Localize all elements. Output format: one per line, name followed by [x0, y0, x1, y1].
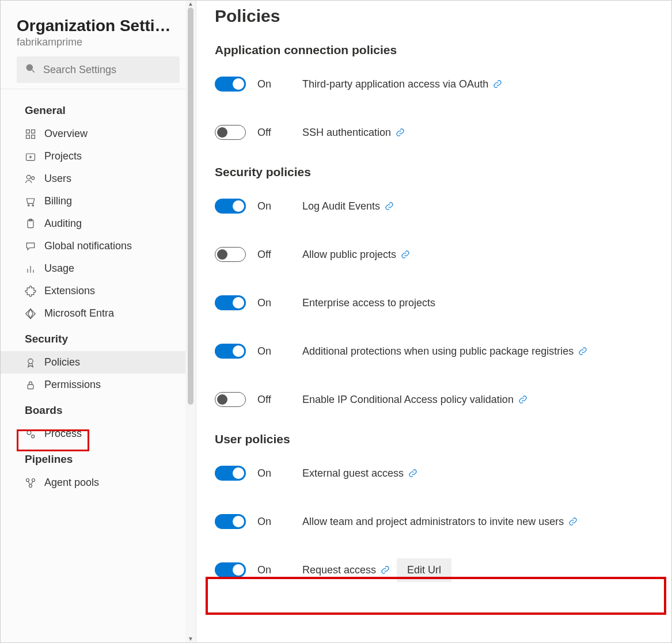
policy-label: Request accessEdit Url [302, 558, 451, 582]
link-icon[interactable] [385, 201, 394, 211]
search-icon [25, 63, 36, 77]
puzzle-icon [25, 286, 36, 297]
ribbon-icon [25, 357, 36, 368]
folder-plus-icon [25, 151, 36, 162]
policy-row-pkg: OnAdditional protections when using publ… [215, 336, 653, 367]
toggle-public[interactable] [215, 247, 246, 262]
nav-item-extensions[interactable]: Extensions [1, 280, 196, 302]
nav-item-usage[interactable]: Usage [1, 257, 196, 280]
edit-url-button[interactable]: Edit Url [397, 558, 451, 582]
nav-item-label: Extensions [44, 285, 95, 297]
nav-item-label: Auditing [44, 218, 82, 230]
section-heading: Application connection policies [215, 43, 653, 57]
chat-icon [25, 241, 36, 252]
policy-label: Additional protections when using public… [302, 345, 587, 357]
link-icon[interactable] [408, 469, 417, 478]
nav-item-users[interactable]: Users [1, 168, 196, 190]
nav-item-agent-pools[interactable]: Agent pools [1, 471, 196, 494]
link-icon[interactable] [381, 565, 390, 574]
policy-row-invite: OnAllow team and project administrators … [215, 506, 653, 537]
link-icon[interactable] [568, 517, 578, 526]
policy-label-text: External guest access [302, 467, 404, 480]
nav-item-microsoft-entra[interactable]: Microsoft Entra [1, 302, 196, 325]
nav-item-permissions[interactable]: Permissions [1, 374, 196, 396]
nav-item-policies[interactable]: Policies [1, 351, 196, 374]
link-icon[interactable] [401, 250, 410, 259]
nav-item-global-notifications[interactable]: Global notifications [1, 235, 196, 257]
policy-row-ssh: OffSSH authentication [215, 117, 653, 148]
svg-point-0 [26, 64, 33, 71]
policy-row-guest: OnExternal guest access [215, 458, 653, 489]
policy-label-text: Enable IP Conditional Access policy vali… [302, 394, 514, 406]
nav-item-label: Overview [44, 128, 88, 140]
policy-label-text: Request access [302, 564, 376, 576]
sidebar: ▲ ▼ Organization Settin… fabrikamprime G… [1, 1, 196, 642]
users-icon [25, 173, 36, 185]
toggle-state-label: On [257, 564, 291, 576]
toggle-state-label: On [257, 297, 291, 309]
diamond-icon [25, 308, 36, 319]
scrollbar-thumb[interactable] [188, 7, 193, 405]
clipboard-icon [25, 218, 36, 230]
nodes-icon [25, 477, 36, 489]
nav-item-process[interactable]: Process [1, 423, 196, 445]
link-icon[interactable] [518, 395, 527, 404]
nav-item-overview[interactable]: Overview [1, 123, 196, 145]
toggle-ent[interactable] [215, 295, 246, 310]
toggle-state-label: On [257, 200, 291, 212]
policy-label: Allow team and project administrators to… [302, 516, 578, 528]
lock-icon [25, 379, 36, 391]
toggle-ipca[interactable] [215, 392, 246, 407]
toggle-oauth[interactable] [215, 77, 246, 92]
policy-row-req: OnRequest accessEdit Url [215, 554, 653, 585]
nav-group-heading: Security [1, 325, 196, 351]
main-content: Policies Application connection policies… [196, 1, 671, 642]
policy-row-audit: OnLog Audit Events [215, 191, 653, 222]
toggle-state-label: On [257, 516, 291, 528]
search-input[interactable] [42, 63, 178, 77]
gears-icon [25, 428, 36, 440]
scroll-up-arrow-icon[interactable]: ▲ [187, 1, 194, 7]
nav-item-label: Users [44, 173, 71, 185]
policy-label-text: Allow public projects [302, 249, 396, 261]
toggle-state-label: Off [257, 394, 291, 406]
policy-row-public: OffAllow public projects [215, 239, 653, 270]
policy-label: Log Audit Events [302, 200, 394, 212]
toggle-state-label: On [257, 78, 291, 90]
nav-item-label: Policies [44, 356, 80, 368]
nav-item-label: Billing [44, 195, 72, 207]
toggle-state-label: Off [257, 127, 291, 139]
search-settings[interactable] [17, 56, 180, 83]
nav-item-label: Process [44, 428, 82, 440]
scrollbar-track[interactable]: ▲ ▼ [185, 1, 196, 642]
toggle-req[interactable] [215, 562, 246, 577]
page-title: Policies [215, 6, 653, 26]
link-icon[interactable] [493, 79, 502, 89]
nav-item-label: Permissions [44, 379, 101, 391]
policy-label-text: Allow team and project administrators to… [302, 516, 564, 528]
policy-row-ipca: OffEnable IP Conditional Access policy v… [215, 384, 653, 415]
toggle-state-label: On [257, 345, 291, 357]
nav-group-heading: Boards [1, 396, 196, 423]
policy-label: Allow public projects [302, 249, 410, 261]
policy-label-text: SSH authentication [302, 127, 391, 139]
nav-group-heading: Pipelines [1, 445, 196, 471]
policy-label: External guest access [302, 467, 417, 480]
toggle-audit[interactable] [215, 199, 246, 214]
nav-item-label: Agent pools [44, 477, 99, 489]
nav-group-heading: General [1, 96, 196, 123]
link-icon[interactable] [396, 128, 405, 137]
scroll-down-arrow-icon[interactable]: ▼ [187, 636, 194, 642]
cart-icon [25, 196, 36, 207]
link-icon[interactable] [578, 347, 587, 356]
nav-item-projects[interactable]: Projects [1, 145, 196, 168]
section-heading: User policies [215, 432, 653, 446]
sidebar-header: Organization Settin… fabrikamprime [1, 17, 196, 89]
toggle-pkg[interactable] [215, 344, 246, 359]
nav-item-auditing[interactable]: Auditing [1, 212, 196, 235]
toggle-ssh[interactable] [215, 125, 246, 140]
toggle-invite[interactable] [215, 514, 246, 529]
toggle-guest[interactable] [215, 466, 246, 481]
nav-item-billing[interactable]: Billing [1, 190, 196, 212]
bar-chart-icon [25, 263, 36, 275]
